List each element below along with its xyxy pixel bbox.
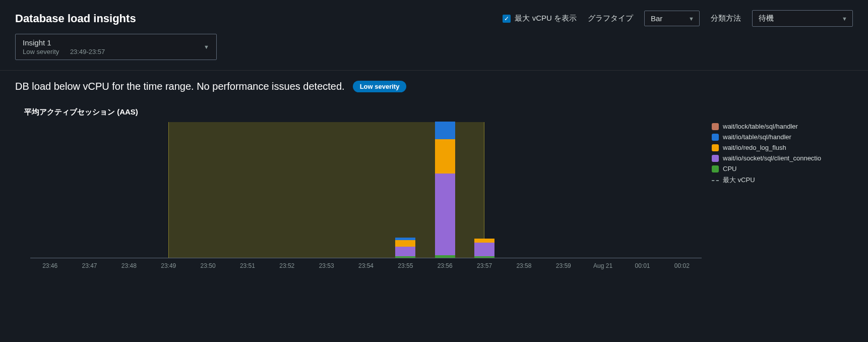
chart-bar (474, 239, 494, 258)
legend-label: wait/io/table/sql/handler (723, 133, 791, 141)
chevron-down-icon: ▼ (689, 16, 694, 22)
legend-swatch (712, 134, 719, 141)
legend-item[interactable]: wait/lock/table/sql/handler (712, 123, 853, 130)
classify-value: 待機 (759, 14, 774, 22)
insight-selector-title: Insight 1 (23, 38, 196, 47)
legend-swatch (712, 165, 719, 173)
severity-badge: Low severity (353, 81, 407, 92)
chevron-down-icon: ▼ (842, 16, 847, 22)
insight-selector[interactable]: Insight 1 Low severity 23:49-23:57 ▼ (15, 34, 217, 60)
graph-type-value: Bar (651, 14, 662, 23)
insight-message: DB load below vCPU for the time range. N… (15, 81, 345, 92)
x-tick: 23:58 (516, 262, 531, 269)
graph-type-select[interactable]: Bar ▼ (644, 11, 700, 26)
chart-bar (435, 122, 455, 258)
divider (0, 70, 868, 71)
checkbox-check-icon: ✓ (503, 15, 511, 23)
legend-label: 最大 vCPU (723, 176, 755, 185)
chart-bar-segment (474, 243, 494, 256)
checkbox-label: 最大 vCPU を表示 (515, 14, 577, 23)
legend-item[interactable]: CPU (712, 165, 853, 173)
chart-bar-segment (395, 256, 415, 258)
x-tick: 23:56 (438, 262, 453, 269)
chart-bar-segment (395, 247, 415, 256)
x-tick: 23:46 (42, 262, 57, 269)
graph-type-label: グラフタイプ (588, 14, 633, 23)
chart-bar-segment (435, 139, 455, 174)
legend-item[interactable]: wait/io/table/sql/handler (712, 133, 853, 141)
chart-bar-segment (474, 239, 494, 243)
show-max-vcpu-checkbox[interactable]: ✓ 最大 vCPU を表示 (503, 14, 577, 23)
legend-item[interactable]: wait/io/redo_log_flush (712, 144, 853, 151)
legend-swatch (712, 123, 719, 130)
x-tick: 23:48 (121, 262, 137, 269)
chevron-down-icon: ▼ (204, 44, 209, 50)
x-tick: 23:59 (556, 262, 571, 269)
page-title: Database load insights (15, 12, 136, 25)
chart-bar-segment (435, 255, 455, 258)
header-row: Database load insights ✓ 最大 vCPU を表示 グラフ… (15, 10, 853, 27)
x-tick: Aug 21 (593, 262, 612, 269)
legend-item-max-vcpu[interactable]: 最大 vCPU (712, 176, 853, 185)
chart-bar-segment (474, 256, 494, 258)
header-controls: ✓ 最大 vCPU を表示 グラフタイプ Bar ▼ 分類方法 待機 ▼ (503, 10, 853, 27)
x-tick: 00:02 (674, 262, 690, 269)
x-tick: 23:50 (201, 262, 216, 269)
legend-label: wait/io/redo_log_flush (723, 144, 786, 151)
chart-bar-segment (435, 122, 455, 139)
legend-label: CPU (723, 165, 736, 173)
chart-legend: wait/lock/table/sql/handlerwait/io/table… (712, 107, 853, 278)
legend-label: wait/io/socket/sql/client_connectio (723, 154, 821, 162)
legend-label: wait/lock/table/sql/handler (723, 123, 798, 130)
x-tick: 23:55 (398, 262, 413, 269)
legend-dash-icon (712, 180, 719, 181)
classify-label: 分類方法 (711, 14, 741, 23)
legend-item[interactable]: wait/io/socket/sql/client_connectio (712, 154, 853, 162)
chart-bar-segment (435, 174, 455, 255)
x-tick: 23:54 (358, 262, 374, 269)
insight-heading-row: DB load below vCPU for the time range. N… (15, 81, 853, 92)
chart-bar-segment (395, 240, 415, 247)
chart-title: 平均アクティブセッション (AAS) (24, 107, 702, 117)
chart-plot: 23:4623:4723:4823:4923:5023:5123:5223:53… (30, 122, 702, 278)
x-tick: 00:01 (635, 262, 650, 269)
insight-selector-sub: Low severity 23:49-23:57 (23, 48, 196, 55)
x-tick: 23:53 (319, 262, 334, 269)
legend-swatch (712, 155, 719, 162)
chart-bar (395, 238, 415, 258)
legend-swatch (712, 144, 719, 151)
x-tick: 23:51 (240, 262, 255, 269)
x-tick: 23:52 (279, 262, 294, 269)
classify-select[interactable]: 待機 ▼ (752, 10, 853, 27)
x-tick: 23:47 (82, 262, 97, 269)
x-tick: 23:49 (161, 262, 176, 269)
insight-selector-severity: Low severity (23, 48, 59, 55)
x-tick: 23:57 (477, 262, 492, 269)
insight-selector-timerange: 23:49-23:57 (70, 48, 105, 55)
